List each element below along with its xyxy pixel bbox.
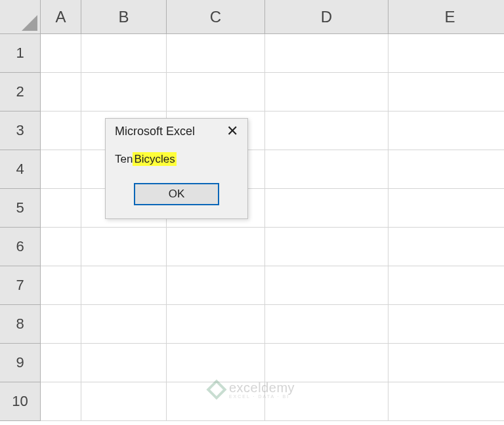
row-header-9[interactable]: 9 (0, 344, 41, 382)
cell[interactable] (388, 73, 504, 111)
column-header-D[interactable]: D (265, 0, 388, 34)
cell[interactable] (41, 111, 81, 150)
dialog-message: Ten Bicycles (106, 144, 247, 171)
cell[interactable] (388, 305, 504, 344)
cell[interactable] (265, 150, 388, 189)
spreadsheet-grid: ABCDE 12345678910 Microsoft Excel ✕ Ten … (0, 0, 504, 425)
cell[interactable] (388, 189, 504, 228)
cell[interactable] (167, 228, 265, 266)
row-header-3[interactable]: 3 (0, 111, 41, 150)
message-box: Microsoft Excel ✕ Ten Bicycles OK (105, 118, 248, 219)
message-text-part1: Ten (115, 153, 133, 166)
row-header-10[interactable]: 10 (0, 382, 41, 421)
cell[interactable] (388, 266, 504, 305)
watermark: exceldemy EXCEL · DATA · BI (209, 380, 295, 399)
watermark-logo-icon (206, 379, 226, 399)
cell[interactable] (81, 305, 167, 344)
dialog-title-text: Microsoft Excel (115, 125, 195, 138)
cell[interactable] (41, 189, 81, 228)
cell[interactable] (81, 73, 167, 111)
cell[interactable] (167, 73, 265, 111)
cell[interactable] (265, 73, 388, 111)
cell[interactable] (41, 266, 81, 305)
cell[interactable] (265, 266, 388, 305)
cell[interactable] (388, 111, 504, 150)
row-header-6[interactable]: 6 (0, 228, 41, 266)
ok-button[interactable]: OK (134, 183, 219, 205)
watermark-subtext: EXCEL · DATA · BI (229, 394, 295, 399)
cell[interactable] (81, 344, 167, 382)
cell[interactable] (81, 266, 167, 305)
row-header-4[interactable]: 4 (0, 150, 41, 189)
cell[interactable] (167, 34, 265, 73)
dialog-button-row: OK (106, 171, 247, 218)
cell[interactable] (81, 228, 167, 266)
cell[interactable] (41, 34, 81, 73)
cell[interactable] (41, 382, 81, 421)
row-header-8[interactable]: 8 (0, 305, 41, 344)
column-header-C[interactable]: C (167, 0, 265, 34)
row-header-7[interactable]: 7 (0, 266, 41, 305)
cell[interactable] (265, 344, 388, 382)
cell[interactable] (388, 382, 504, 421)
select-all-triangle-icon (22, 15, 37, 31)
select-all-cell[interactable] (0, 0, 41, 34)
cell[interactable] (265, 189, 388, 228)
row-header-5[interactable]: 5 (0, 189, 41, 228)
column-header-E[interactable]: E (388, 0, 504, 34)
cell[interactable] (41, 73, 81, 111)
column-header-A[interactable]: A (41, 0, 81, 34)
message-text-highlight: Bicycles (133, 152, 176, 166)
cell[interactable] (41, 344, 81, 382)
cell[interactable] (265, 34, 388, 73)
cell[interactable] (265, 111, 388, 150)
watermark-text: exceldemy (229, 380, 295, 395)
cell[interactable] (388, 344, 504, 382)
row-header-1[interactable]: 1 (0, 34, 41, 73)
cell[interactable] (81, 382, 167, 421)
cell[interactable] (265, 305, 388, 344)
cell[interactable] (265, 228, 388, 266)
cell[interactable] (388, 228, 504, 266)
cell[interactable] (388, 34, 504, 73)
cell[interactable] (388, 150, 504, 189)
close-icon[interactable]: ✕ (224, 124, 241, 138)
cell[interactable] (41, 305, 81, 344)
cell[interactable] (41, 150, 81, 189)
cell[interactable] (167, 344, 265, 382)
cell[interactable] (41, 228, 81, 266)
cell[interactable] (167, 266, 265, 305)
cell[interactable] (81, 34, 167, 73)
dialog-titlebar: Microsoft Excel ✕ (106, 119, 247, 144)
row-header-2[interactable]: 2 (0, 73, 41, 111)
column-header-B[interactable]: B (81, 0, 167, 34)
cell[interactable] (167, 305, 265, 344)
